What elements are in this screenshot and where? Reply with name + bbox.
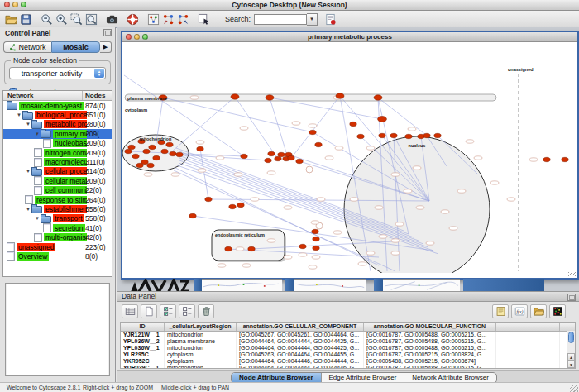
tree-row-nucleobase-[interactable]: nucleobase-209(0)	[3, 139, 112, 148]
background-window-edge[interactable]	[285, 279, 294, 291]
table-vertical-scrollbar[interactable]: ▲ ▼	[567, 331, 575, 368]
network-node[interactable]	[231, 94, 239, 99]
network-node[interactable]	[237, 203, 244, 207]
table-row-ykr052c[interactable]: YKR052Ccytoplasm[GO:0044464, GO:0044446,…	[121, 358, 575, 365]
data-panel-float-icon[interactable]	[567, 294, 576, 301]
formula-icon[interactable]: f(x)	[511, 304, 528, 318]
network-canvas[interactable]: plasma membrane cytoplasm mitochondrion …	[122, 42, 574, 273]
edit-nodes-blue-icon[interactable]	[175, 12, 190, 26]
background-window-edge[interactable]	[374, 279, 383, 291]
window-resize-grip[interactable]	[568, 272, 576, 276]
background-window-thumbnail[interactable]	[294, 279, 366, 291]
tree-row-unassigned[interactable]: unassigned223(0)	[3, 242, 112, 251]
network-view-icon[interactable]	[146, 12, 160, 26]
unselect-attributes-icon[interactable]	[179, 304, 195, 318]
column-header-id[interactable]: ID	[121, 323, 165, 331]
network-node[interactable]	[299, 244, 306, 248]
table-row-ylr295c[interactable]: YLR295Ccytoplasm[GO:0045263, GO:0044464,…	[121, 351, 575, 358]
tree-row-nitrogen-compo[interactable]: nitrogen compo209(0)	[3, 148, 112, 157]
network-node[interactable]	[225, 246, 232, 251]
edge[interactable]	[163, 98, 313, 132]
network-window-titlebar[interactable]: primary metabolic process	[122, 32, 577, 42]
network-node[interactable]	[143, 149, 150, 153]
matrix-icon[interactable]	[549, 304, 566, 318]
tree-row-metabolic-process[interactable]: ▼metabolic process280(0)	[3, 120, 112, 129]
app-resize-grip[interactable]	[570, 385, 578, 392]
network-node[interactable]	[405, 134, 412, 138]
tree-row-cellular-metabol[interactable]: cellular metabol209(0)	[3, 176, 112, 185]
import-table-icon[interactable]	[323, 12, 337, 26]
network-node[interactable]	[562, 157, 568, 161]
snapshot-icon[interactable]	[104, 12, 119, 26]
disclosure-arrow-icon[interactable]: ▼	[34, 216, 41, 221]
background-window-thumbnail[interactable]	[383, 279, 460, 291]
zoom-in-icon[interactable]	[54, 12, 69, 26]
delete-attribute-icon[interactable]	[198, 304, 214, 318]
tab-scroll-right-button[interactable]: ▶	[100, 41, 112, 53]
minimize-button[interactable]	[12, 2, 18, 7]
scroll-up-button[interactable]: ▲	[567, 353, 575, 361]
table-row-yjr121w__1[interactable]: YJR121W__1mitochondrion[GO:0045267, GO:0…	[121, 332, 575, 338]
new-attribute-icon[interactable]	[141, 304, 157, 318]
network-node[interactable]	[197, 146, 203, 151]
select-mode-icon[interactable]	[196, 12, 211, 26]
table-row-ypl036w__1[interactable]: YPL036W__1mitochondrion[GO:0044464, GO:0…	[121, 345, 575, 351]
network-node[interactable]	[357, 134, 364, 138]
network-node[interactable]	[275, 156, 281, 160]
network-node[interactable]	[350, 122, 356, 126]
network-node[interactable]	[336, 93, 344, 98]
network-node[interactable]	[166, 142, 173, 146]
tree-row-overview[interactable]: Overview8(0)	[3, 251, 112, 261]
tree-row-cellular-process[interactable]: ▼cellular process614(0)	[3, 167, 112, 176]
network-node[interactable]	[149, 145, 156, 149]
search-dropdown-button[interactable]: ▼	[307, 13, 318, 26]
network-node[interactable]	[313, 237, 319, 241]
network-node[interactable]	[423, 133, 430, 137]
network-node[interactable]	[136, 163, 143, 167]
column-header-annotation-go-cellular-component[interactable]: annotation.GO CELLULAR_COMPONENT	[237, 323, 364, 331]
network-node[interactable]	[132, 154, 139, 158]
table-row-ydr039c__1[interactable]: YDR039C__1mitochondrion[GO:0044464, GO:0…	[121, 365, 575, 369]
network-node[interactable]	[378, 116, 387, 122]
network-node[interactable]	[205, 197, 212, 201]
tab-network[interactable]: Network	[3, 41, 51, 53]
column-header-annotation-go-molecular-function[interactable]: annotation.GO MOLECULAR_FUNCTION	[364, 323, 496, 331]
scrollbar-thumb[interactable]	[568, 332, 574, 343]
network-node[interactable]	[379, 133, 385, 137]
network-node[interactable]	[296, 159, 303, 163]
network-node[interactable]	[543, 157, 550, 161]
tree-row-secretion[interactable]: secretion41(0)	[3, 223, 112, 232]
background-window-titlebar[interactable]	[463, 279, 544, 291]
close-button[interactable]	[4, 2, 10, 7]
network-node[interactable]	[161, 149, 168, 153]
tree-row-cell-communicat[interactable]: cell communicat22(0)	[3, 186, 112, 195]
window-minimize-button[interactable]	[134, 34, 140, 40]
tree-row-establishment-of-lo[interactable]: ▼establishment of lo558(0)	[3, 204, 112, 213]
select-attributes-icon[interactable]	[160, 304, 176, 318]
attribute-table[interactable]: ID_cellularLayoutRegionannotation.GO CEL…	[120, 322, 576, 369]
network-node[interactable]	[170, 151, 176, 155]
dropdown-stepper-icon[interactable]: ▲▼	[94, 69, 104, 78]
background-window-edge[interactable]	[194, 279, 202, 291]
column-header-filler[interactable]	[496, 323, 560, 331]
disclosure-arrow-icon[interactable]: ▼	[25, 207, 31, 212]
tree-row-mosaic-demo-yeast[interactable]: mosaic-demo-yeast874(0)	[3, 101, 112, 110]
network-node[interactable]	[229, 204, 236, 208]
background-window-thumbnail[interactable]	[202, 279, 282, 291]
network-view-window[interactable]: primary metabolic process plasma membran…	[121, 31, 579, 280]
tree-row-biological-process[interactable]: ▼biological_process651(0)	[3, 110, 112, 119]
network-node[interactable]	[390, 133, 397, 137]
zoom-out-icon[interactable]	[39, 12, 54, 26]
save-icon[interactable]	[18, 12, 33, 26]
network-node[interactable]	[147, 163, 154, 167]
node-color-dropdown[interactable]: transporter activity ▲▼	[9, 67, 106, 79]
network-node[interactable]	[266, 95, 274, 100]
network-node[interactable]	[248, 246, 255, 251]
self-loop-edge[interactable]	[306, 166, 313, 173]
tab-mosaic[interactable]: Mosaic	[51, 41, 100, 53]
notepad-icon[interactable]	[492, 304, 509, 318]
lifebuoy-icon[interactable]	[125, 12, 140, 26]
scroll-down-button[interactable]: ▼	[567, 361, 575, 368]
load-attributes-icon[interactable]	[530, 304, 547, 318]
disclosure-arrow-icon[interactable]: ▼	[25, 169, 31, 174]
